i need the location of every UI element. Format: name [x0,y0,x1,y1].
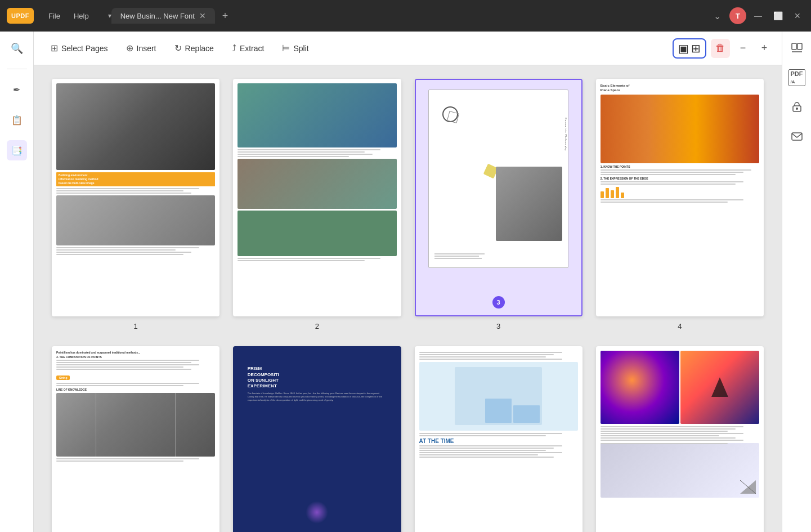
page-item-4[interactable]: Basic Elements ofPlane Space 1. KNOW THE… [596,79,764,330]
page-view-toggle[interactable]: ▣ ⊞ [673,38,706,59]
sidebar-divider [7,69,27,69]
collapse-button[interactable]: ⌄ [709,8,725,24]
page-item-2[interactable]: 2 [233,79,401,330]
select-pages-label: Select Pages [61,44,108,53]
sidebar-edit-icon[interactable]: ✒ [7,79,27,100]
page-item-3[interactable]: Geometric Philosophy 3 3 [415,79,583,330]
extract-button[interactable]: ⤴ Extract [224,40,272,57]
page-number-3: 3 [496,322,500,330]
page-thumbnail-6[interactable]: PRISMDECOMPOSITION SUNLIGHTEXPERIMENT Th… [233,346,401,532]
extract-icon: ⤴ [232,43,236,53]
toolbar: ⊞ Select Pages ⊕ Insert ↻ Replace ⤴ Extr… [34,32,782,65]
title-bar-controls: ⌄ T — ⬜ ✕ [709,7,804,24]
minimize-button[interactable]: — [751,11,765,20]
insert-label: Insert [137,44,156,53]
page-thumbnail-3[interactable]: Geometric Philosophy 3 [415,79,583,316]
sidebar-annotate-icon[interactable]: 📋 [7,110,27,130]
split-label: Split [293,44,308,53]
new-tab-button[interactable]: + [217,8,233,24]
page-thumbnail-1[interactable]: Building environmentinformation modeling… [52,79,219,316]
replace-button[interactable]: ↻ Replace [167,39,222,57]
replace-label: Replace [185,44,214,53]
svg-rect-3 [797,43,802,50]
page-item-7[interactable]: AT THE TIME 7 [415,346,583,532]
page-thumbnail-7[interactable]: AT THE TIME [415,346,583,532]
insert-icon: ⊕ [126,43,133,53]
trash-icon: 🗑 [715,42,725,54]
sidebar-pages-icon[interactable]: 📑 [7,140,27,160]
mail-icon[interactable] [788,127,806,145]
menu-items: File Help [43,10,95,23]
right-sidebar: PDF/A [782,32,811,532]
active-tab[interactable]: New Busin... New Font ✕ [111,8,215,24]
split-icon: ⊨ [282,43,290,53]
page-item-5[interactable]: Pointilism has dominated and surpassed t… [52,346,219,532]
page-thumbnail-5[interactable]: Pointilism has dominated and surpassed t… [52,346,219,532]
toolbar-right: ▣ ⊞ 🗑 − + [673,38,773,59]
pages-grid: Building environmentinformation modeling… [34,65,782,532]
left-sidebar: 🔍 ✒ 📋 📑 [0,32,34,532]
menu-help[interactable]: Help [68,10,95,23]
zoom-out-icon: − [740,42,746,54]
thumbnail-icon[interactable] [788,39,806,57]
zoom-out-button[interactable]: − [734,40,751,57]
select-pages-button[interactable]: ⊞ Select Pages [43,39,116,57]
tab-bar: ▾ New Busin... New Font ✕ + [106,8,705,24]
page-number-1: 1 [134,322,138,330]
zoom-in-button[interactable]: + [756,40,773,57]
tab-dropdown-arrow[interactable]: ▾ [108,12,111,20]
replace-icon: ↻ [174,43,182,53]
svg-rect-7 [792,133,802,140]
lock-search-icon[interactable] [788,98,806,116]
single-page-icon: ▣ [678,42,689,55]
user-avatar[interactable]: T [729,7,746,24]
page-number-4: 4 [678,322,682,330]
page-item-6[interactable]: PRISMDECOMPOSITION SUNLIGHTEXPERIMENT Th… [233,346,401,532]
svg-rect-2 [792,43,796,50]
main-content: ⊞ Select Pages ⊕ Insert ↻ Replace ⤴ Extr… [34,32,782,532]
zoom-in-icon: + [761,42,768,54]
delete-pages-button[interactable]: 🗑 [711,39,730,58]
title-bar: UPDF File Help ▾ New Busin... New Font ✕… [0,0,811,32]
page-item-1[interactable]: Building environmentinformation modeling… [52,79,219,330]
double-page-icon: ⊞ [691,42,701,55]
extract-label: Extract [240,44,265,53]
tab-close-button[interactable]: ✕ [199,11,206,20]
page-thumbnail-2[interactable] [233,79,401,316]
app-body: 🔍 ✒ 📋 📑 ⊞ Select Pages ⊕ Insert ↻ Replac… [0,32,811,532]
tab-label: New Busin... New Font [120,12,195,20]
menu-file[interactable]: File [43,10,66,23]
logo[interactable]: UPDF [7,8,34,24]
pdf-a-icon[interactable]: PDF/A [788,69,806,87]
maximize-button[interactable]: ⬜ [770,11,786,20]
split-button[interactable]: ⊨ Split [274,39,316,57]
page-item-8[interactable]: 8 [596,346,764,532]
sidebar-search-icon[interactable]: 🔍 [7,38,27,59]
svg-point-6 [796,108,798,110]
close-button[interactable]: ✕ [791,11,804,20]
page-number-2: 2 [315,322,319,330]
page-thumbnail-8[interactable] [596,346,764,532]
select-pages-icon: ⊞ [51,43,58,53]
insert-button[interactable]: ⊕ Insert [118,39,164,57]
page-thumbnail-4[interactable]: Basic Elements ofPlane Space 1. KNOW THE… [596,79,764,316]
